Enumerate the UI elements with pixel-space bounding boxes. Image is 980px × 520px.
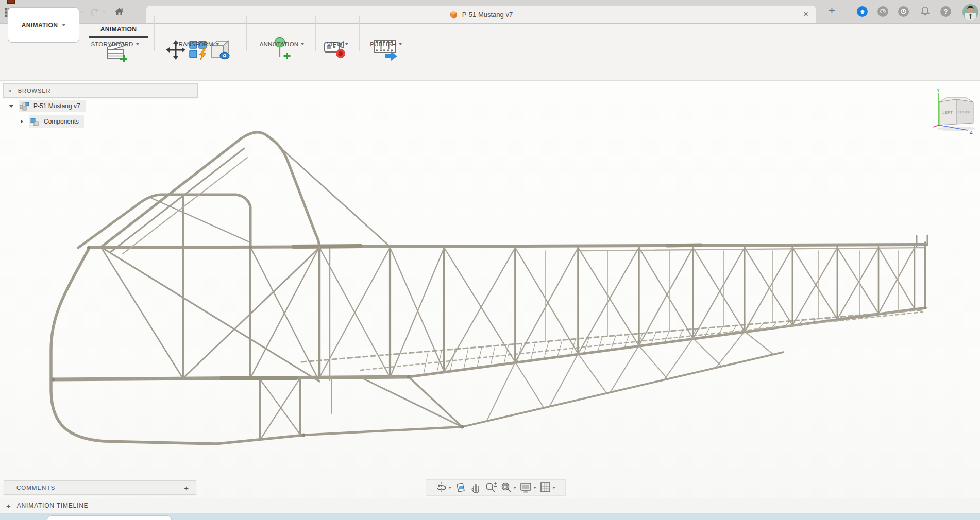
notifications-button[interactable] (920, 6, 930, 17)
recent-clock-button[interactable] (898, 6, 909, 17)
undo-caret[interactable] (80, 11, 83, 13)
assembly-icon (20, 102, 29, 111)
viewcube-face-front: FRONT (958, 110, 971, 114)
document-title: P-51 Mustang v7 (462, 11, 513, 19)
orbit-caret[interactable] (448, 487, 451, 489)
new-tab-button[interactable]: + (829, 5, 835, 16)
collapse-panel-icon[interactable]: « (8, 87, 12, 94)
fusion360-window: { "colors": { "accent_blue": "#1b7fd9", … (0, 0, 980, 520)
tree-row-components[interactable]: Components (21, 116, 84, 127)
tree-label: P-51 Mustang v7 (33, 102, 80, 110)
display-settings-caret[interactable] (533, 487, 536, 489)
viewcube[interactable]: LEFT FRONT Y Z (926, 86, 980, 136)
zoom-tool[interactable] (485, 482, 497, 493)
home-icon (114, 7, 124, 16)
group-separator (416, 16, 416, 51)
profile-gauge-button[interactable] (877, 6, 888, 17)
home-button[interactable] (114, 6, 124, 16)
fit-tool[interactable] (501, 482, 516, 493)
transform-caret (216, 43, 219, 45)
animation-timeline-label: ANIMATION TIMELINE (17, 502, 89, 509)
close-tab-button[interactable]: × (803, 9, 808, 20)
navigation-bar (426, 479, 566, 496)
storyboard-caret (136, 43, 139, 45)
question-icon: ? (944, 8, 948, 15)
x-axis (933, 125, 939, 127)
tree-label: Components (44, 118, 79, 125)
display-settings-tool[interactable] (520, 482, 536, 493)
annotation-caret (301, 43, 304, 45)
viewcube-face-left: LEFT (942, 110, 953, 115)
redo-icon (90, 8, 99, 16)
comments-bar[interactable]: COMMENTS + (4, 480, 196, 495)
tree-row-root[interactable]: P-51 Mustang v7 (9, 100, 86, 112)
grid-layout-icon (540, 482, 551, 493)
user-avatar[interactable] (962, 4, 978, 20)
chevron-down-icon[interactable] (9, 105, 13, 108)
group-separator (154, 16, 155, 51)
display-settings-icon (520, 482, 532, 493)
orbit-tool[interactable] (436, 482, 451, 493)
annotation-pin-icon (274, 37, 292, 60)
help-button[interactable]: ? (940, 6, 951, 17)
timeline-playback-panel[interactable] (47, 515, 172, 520)
view-caret (345, 43, 348, 45)
y-axis-label: Y (937, 88, 940, 93)
add-comment-button[interactable]: + (184, 483, 189, 492)
tab-underline (89, 36, 148, 38)
z-axis-label: Z (970, 130, 973, 135)
components-icon (30, 117, 40, 126)
minimize-panel-icon[interactable]: − (187, 86, 191, 95)
grid-layout-tool[interactable] (540, 482, 555, 493)
pan-hand-icon (470, 482, 481, 493)
job-status-button[interactable] (857, 6, 868, 17)
group-annotation[interactable]: ANNOTATION (251, 41, 313, 47)
browser-title: BROWSER (18, 88, 51, 94)
clock-icon (900, 8, 907, 15)
animation-timeline-bar[interactable]: + ANIMATION TIMELINE (0, 498, 980, 513)
redo-button[interactable] (90, 7, 106, 17)
zoom-icon (485, 482, 497, 493)
annotation-button[interactable] (274, 37, 292, 60)
fit-icon (501, 482, 512, 493)
expand-timeline-button[interactable]: + (6, 501, 11, 510)
document-cube-icon (449, 10, 458, 19)
comments-label: COMMENTS (16, 484, 55, 491)
workspace-caret (62, 24, 65, 26)
group-storyboard[interactable]: STORYBOARD (85, 41, 145, 47)
redo-caret[interactable] (103, 11, 106, 13)
group-publish[interactable]: PUBLISH (361, 41, 411, 47)
group-separator (315, 16, 316, 51)
viewport-canvas[interactable] (0, 80, 980, 513)
bell-icon (920, 6, 930, 17)
workspace-label: ANIMATION (22, 22, 58, 29)
look-at-icon (455, 482, 466, 493)
gauge-icon (879, 8, 887, 15)
group-transform[interactable]: TRANSFORM (167, 41, 227, 47)
browser-panel-header[interactable]: « BROWSER − (3, 83, 198, 98)
up-arrow-icon (859, 9, 866, 15)
tab-animation[interactable]: ANIMATION (89, 26, 148, 33)
chevron-right-icon[interactable] (21, 119, 23, 124)
workspace-selector[interactable]: ANIMATION (8, 7, 79, 43)
pan-tool[interactable] (470, 482, 481, 493)
orbit-icon (436, 482, 447, 493)
look-at-tool[interactable] (455, 482, 466, 493)
group-separator (246, 16, 247, 51)
recording-indicator (7, 0, 15, 4)
fit-caret[interactable] (513, 487, 516, 489)
plus-icon: + (829, 4, 835, 17)
grid-layout-caret[interactable] (552, 487, 555, 489)
publish-caret (399, 43, 402, 45)
group-view[interactable]: VIEW (318, 41, 357, 47)
group-separator (359, 16, 360, 51)
